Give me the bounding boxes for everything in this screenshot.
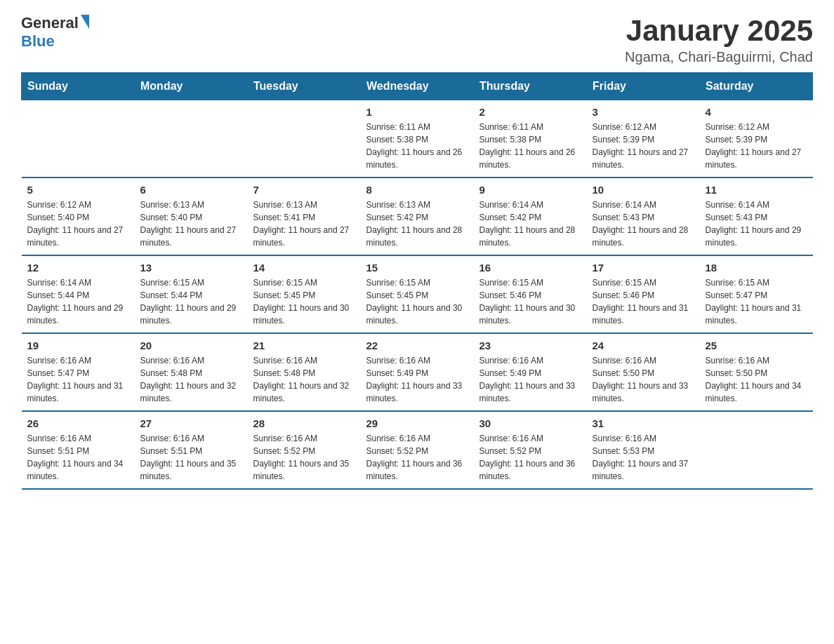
day-number: 26 bbox=[27, 417, 129, 429]
day-info: Sunrise: 6:16 AM Sunset: 5:47 PM Dayligh… bbox=[27, 354, 129, 405]
calendar-cell: 12Sunrise: 6:14 AM Sunset: 5:44 PM Dayli… bbox=[22, 255, 135, 333]
page-header: General Blue January 2025 Ngama, Chari-B… bbox=[21, 14, 813, 65]
week-row-2: 5Sunrise: 6:12 AM Sunset: 5:40 PM Daylig… bbox=[22, 177, 813, 255]
calendar-cell: 2Sunrise: 6:11 AM Sunset: 5:38 PM Daylig… bbox=[474, 100, 587, 178]
day-number: 21 bbox=[253, 340, 355, 351]
day-header-tuesday: Tuesday bbox=[248, 73, 361, 100]
calendar-cell: 26Sunrise: 6:16 AM Sunset: 5:51 PM Dayli… bbox=[22, 411, 135, 489]
day-info: Sunrise: 6:16 AM Sunset: 5:51 PM Dayligh… bbox=[140, 432, 242, 483]
calendar-cell: 30Sunrise: 6:16 AM Sunset: 5:52 PM Dayli… bbox=[474, 411, 587, 489]
day-number: 19 bbox=[27, 340, 129, 351]
day-number: 7 bbox=[253, 184, 355, 196]
day-info: Sunrise: 6:14 AM Sunset: 5:44 PM Dayligh… bbox=[27, 276, 129, 327]
day-number: 10 bbox=[593, 184, 694, 196]
calendar-cell: 3Sunrise: 6:12 AM Sunset: 5:39 PM Daylig… bbox=[587, 100, 700, 178]
day-header-sunday: Sunday bbox=[22, 73, 135, 100]
day-info: Sunrise: 6:16 AM Sunset: 5:52 PM Dayligh… bbox=[366, 432, 468, 483]
calendar-cell bbox=[248, 100, 361, 178]
day-info: Sunrise: 6:14 AM Sunset: 5:42 PM Dayligh… bbox=[479, 199, 581, 249]
day-info: Sunrise: 6:15 AM Sunset: 5:44 PM Dayligh… bbox=[140, 276, 242, 327]
day-number: 27 bbox=[140, 417, 242, 429]
calendar-cell: 17Sunrise: 6:15 AM Sunset: 5:46 PM Dayli… bbox=[587, 255, 700, 333]
day-info: Sunrise: 6:16 AM Sunset: 5:50 PM Dayligh… bbox=[593, 354, 694, 405]
day-info: Sunrise: 6:12 AM Sunset: 5:40 PM Dayligh… bbox=[27, 199, 129, 249]
day-number: 4 bbox=[706, 106, 807, 118]
day-info: Sunrise: 6:12 AM Sunset: 5:39 PM Dayligh… bbox=[706, 121, 807, 171]
calendar-cell: 18Sunrise: 6:15 AM Sunset: 5:47 PM Dayli… bbox=[700, 255, 813, 333]
day-info: Sunrise: 6:16 AM Sunset: 5:48 PM Dayligh… bbox=[140, 354, 242, 405]
logo-general-text: General bbox=[21, 14, 79, 32]
logo: General Blue bbox=[21, 14, 89, 51]
calendar-cell: 31Sunrise: 6:16 AM Sunset: 5:53 PM Dayli… bbox=[587, 411, 700, 489]
day-info: Sunrise: 6:16 AM Sunset: 5:53 PM Dayligh… bbox=[593, 432, 694, 483]
calendar-cell: 4Sunrise: 6:12 AM Sunset: 5:39 PM Daylig… bbox=[700, 100, 813, 178]
day-number: 24 bbox=[593, 340, 694, 351]
day-info: Sunrise: 6:15 AM Sunset: 5:46 PM Dayligh… bbox=[593, 276, 694, 327]
calendar-cell: 15Sunrise: 6:15 AM Sunset: 5:45 PM Dayli… bbox=[361, 255, 474, 333]
week-row-5: 26Sunrise: 6:16 AM Sunset: 5:51 PM Dayli… bbox=[22, 411, 813, 489]
day-header-monday: Monday bbox=[135, 73, 248, 100]
day-header-saturday: Saturday bbox=[700, 73, 813, 100]
day-number: 1 bbox=[366, 106, 468, 118]
week-row-4: 19Sunrise: 6:16 AM Sunset: 5:47 PM Dayli… bbox=[22, 333, 813, 411]
day-number: 31 bbox=[593, 417, 694, 429]
day-number: 8 bbox=[366, 184, 468, 196]
calendar-cell: 29Sunrise: 6:16 AM Sunset: 5:52 PM Dayli… bbox=[361, 411, 474, 489]
day-info: Sunrise: 6:16 AM Sunset: 5:52 PM Dayligh… bbox=[479, 432, 581, 483]
calendar-cell: 27Sunrise: 6:16 AM Sunset: 5:51 PM Dayli… bbox=[135, 411, 248, 489]
calendar-cell: 10Sunrise: 6:14 AM Sunset: 5:43 PM Dayli… bbox=[587, 177, 700, 255]
day-number: 11 bbox=[706, 184, 807, 196]
calendar-cell: 8Sunrise: 6:13 AM Sunset: 5:42 PM Daylig… bbox=[361, 177, 474, 255]
calendar-cell: 13Sunrise: 6:15 AM Sunset: 5:44 PM Dayli… bbox=[135, 255, 248, 333]
day-number: 20 bbox=[140, 340, 242, 351]
calendar-table: SundayMondayTuesdayWednesdayThursdayFrid… bbox=[21, 72, 813, 490]
day-number: 22 bbox=[366, 340, 468, 351]
day-number: 25 bbox=[706, 340, 807, 351]
day-number: 15 bbox=[366, 262, 468, 274]
week-row-3: 12Sunrise: 6:14 AM Sunset: 5:44 PM Dayli… bbox=[22, 255, 813, 333]
day-info: Sunrise: 6:12 AM Sunset: 5:39 PM Dayligh… bbox=[593, 121, 694, 171]
day-number: 18 bbox=[706, 262, 807, 274]
day-info: Sunrise: 6:16 AM Sunset: 5:49 PM Dayligh… bbox=[479, 354, 581, 405]
calendar-cell: 22Sunrise: 6:16 AM Sunset: 5:49 PM Dayli… bbox=[361, 333, 474, 411]
calendar-cell: 5Sunrise: 6:12 AM Sunset: 5:40 PM Daylig… bbox=[22, 177, 135, 255]
day-info: Sunrise: 6:11 AM Sunset: 5:38 PM Dayligh… bbox=[479, 121, 581, 171]
calendar-cell: 16Sunrise: 6:15 AM Sunset: 5:46 PM Dayli… bbox=[474, 255, 587, 333]
day-header-wednesday: Wednesday bbox=[361, 73, 474, 100]
day-info: Sunrise: 6:16 AM Sunset: 5:51 PM Dayligh… bbox=[27, 432, 129, 483]
logo-blue-text: Blue bbox=[21, 32, 55, 50]
day-number: 17 bbox=[593, 262, 694, 274]
days-header-row: SundayMondayTuesdayWednesdayThursdayFrid… bbox=[22, 73, 813, 100]
day-number: 13 bbox=[140, 262, 242, 274]
week-row-1: 1Sunrise: 6:11 AM Sunset: 5:38 PM Daylig… bbox=[22, 100, 813, 178]
calendar-cell bbox=[22, 100, 135, 178]
logo-triangle-icon bbox=[81, 15, 89, 29]
calendar-cell bbox=[135, 100, 248, 178]
calendar-cell: 9Sunrise: 6:14 AM Sunset: 5:42 PM Daylig… bbox=[474, 177, 587, 255]
calendar-title: January 2025 bbox=[625, 14, 813, 48]
calendar-cell: 24Sunrise: 6:16 AM Sunset: 5:50 PM Dayli… bbox=[587, 333, 700, 411]
day-header-friday: Friday bbox=[587, 73, 700, 100]
calendar-cell: 23Sunrise: 6:16 AM Sunset: 5:49 PM Dayli… bbox=[474, 333, 587, 411]
day-info: Sunrise: 6:16 AM Sunset: 5:48 PM Dayligh… bbox=[253, 354, 355, 405]
day-number: 16 bbox=[479, 262, 581, 274]
day-header-thursday: Thursday bbox=[474, 73, 587, 100]
title-section: January 2025 Ngama, Chari-Baguirmi, Chad bbox=[625, 14, 813, 65]
day-number: 12 bbox=[27, 262, 129, 274]
day-info: Sunrise: 6:14 AM Sunset: 5:43 PM Dayligh… bbox=[593, 199, 694, 249]
day-info: Sunrise: 6:13 AM Sunset: 5:40 PM Dayligh… bbox=[140, 199, 242, 249]
day-info: Sunrise: 6:15 AM Sunset: 5:45 PM Dayligh… bbox=[253, 276, 355, 327]
calendar-cell: 14Sunrise: 6:15 AM Sunset: 5:45 PM Dayli… bbox=[248, 255, 361, 333]
day-info: Sunrise: 6:11 AM Sunset: 5:38 PM Dayligh… bbox=[366, 121, 468, 171]
day-number: 14 bbox=[253, 262, 355, 274]
day-info: Sunrise: 6:15 AM Sunset: 5:47 PM Dayligh… bbox=[706, 276, 807, 327]
day-number: 5 bbox=[27, 184, 129, 196]
day-info: Sunrise: 6:13 AM Sunset: 5:42 PM Dayligh… bbox=[366, 199, 468, 249]
day-info: Sunrise: 6:16 AM Sunset: 5:49 PM Dayligh… bbox=[366, 354, 468, 405]
day-number: 30 bbox=[479, 417, 581, 429]
day-number: 2 bbox=[479, 106, 581, 118]
calendar-cell: 6Sunrise: 6:13 AM Sunset: 5:40 PM Daylig… bbox=[135, 177, 248, 255]
day-info: Sunrise: 6:15 AM Sunset: 5:45 PM Dayligh… bbox=[366, 276, 468, 327]
calendar-cell: 28Sunrise: 6:16 AM Sunset: 5:52 PM Dayli… bbox=[248, 411, 361, 489]
day-number: 9 bbox=[479, 184, 581, 196]
